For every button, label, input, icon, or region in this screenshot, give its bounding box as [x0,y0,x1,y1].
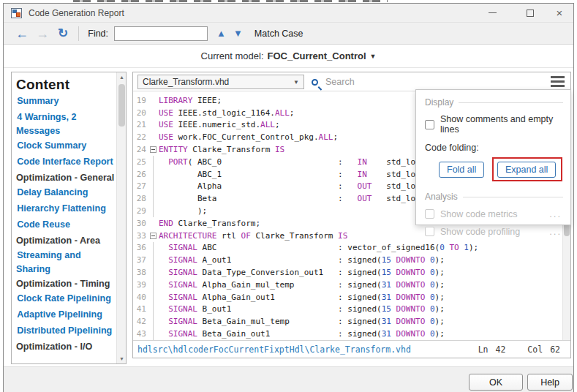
line-number: 22 [133,132,149,142]
file-path: hdlsrc\hdlcoderFocCurrentFixptHdl\Clarke… [137,344,411,355]
column-label: Col [527,344,543,355]
line-number: 33 [133,231,149,241]
line-number: 25 [133,157,149,167]
code-search [312,75,530,89]
content-sidebar: Content Summary4 Warnings, 2 MessagesClo… [11,72,127,364]
line-value: 42 [496,344,506,355]
fold-gutter [149,131,159,143]
code-text: USE IEEE.numeric_std.ALL; [159,120,280,129]
title-bar: Code Generation Report × [4,4,573,23]
sidebar-heading: Content [16,77,115,93]
find-previous-icon[interactable]: ▲ [216,28,226,39]
sidebar-scrollbar[interactable]: ▲ ▼ [116,72,126,363]
find-toolbar: ← → ↻ Find: ▲ ▼ Match Case [4,23,573,45]
fold-gutter [149,205,159,217]
match-case-toggle[interactable]: Match Case [254,29,303,39]
sidebar-link[interactable]: Delay Balancing [16,186,115,200]
line-number: 42 [133,317,149,326]
help-button[interactable]: Help [527,374,573,391]
line-number: 29 [133,206,149,216]
sidebar-link[interactable]: Streaming and Sharing [16,249,115,276]
profiling-more-icon: ... [549,226,562,237]
line-label: Ln [478,344,489,355]
fold-toggle-icon[interactable] [150,233,156,239]
code-line: 42 SIGNAL Beta_Gain_mul_temp : signed(31… [133,315,562,328]
code-folding-buttons: Fold all Expand all [425,159,563,181]
current-model-label: Current model: [201,50,264,61]
code-text: ENTITY Clarke_Transform IS [159,145,284,154]
line-number: 39 [133,280,149,290]
fold-gutter [149,254,159,266]
minimize-button[interactable] [479,4,505,22]
sidebar-link[interactable]: Clock Rate Pipelining [16,293,115,306]
fold-gutter [149,156,159,168]
code-text: ); [159,206,207,216]
code-search-input[interactable] [325,77,530,87]
sidebar-link[interactable]: Distributed Pipelining [16,325,115,339]
screen: Code Generation Report × ← → ↻ Find: ▲ ▼… [0,0,577,392]
show-comments-label: Show comments and empty lines [440,114,563,135]
fold-all-button[interactable]: Fold all [439,162,484,178]
code-text: SIGNAL Alpha_Gain_out1 : signed(31 DOWNT… [159,293,445,302]
refresh-icon[interactable]: ↻ [58,27,68,39]
line-number: 20 [133,108,149,118]
find-input[interactable] [114,26,208,41]
fold-toggle-icon[interactable] [150,146,156,153]
sidebar-link[interactable]: Adaptive Pipelining [16,309,115,323]
show-comments-row[interactable]: Show comments and empty lines [425,114,563,135]
sidebar-link[interactable]: 4 Warnings, 2 Messages [16,111,115,137]
line-number: 43 [133,329,149,339]
sidebar-link[interactable]: Code Interface Report [16,156,115,170]
model-dropdown-caret-icon[interactable]: ▼ [370,53,377,60]
current-model-name[interactable]: FOC_Current_Control [268,50,366,61]
code-line: 40 SIGNAL Alpha_Gain_out1 : signed(31 DO… [133,291,562,304]
column-value: 62 [550,344,560,355]
menu-icon[interactable] [551,76,565,87]
code-text: USE IEEE.std_logic_1164.ALL; [159,108,294,118]
ok-button[interactable]: OK [469,374,523,391]
file-selector-dropdown[interactable]: Clarke_Transform.vhd ▼ [137,75,304,89]
close-icon: × [557,7,563,18]
file-dropdown-caret-icon: ▼ [293,79,299,86]
find-next-icon[interactable]: ▼ [233,28,243,39]
sidebar-list: Summary4 Warnings, 2 MessagesClock Summa… [16,95,115,353]
cursor-position: Ln 42 Col 62 [478,344,560,355]
expand-all-button[interactable]: Expand all [497,162,556,178]
sidebar-link[interactable]: Summary [16,95,115,109]
fold-gutter [149,242,159,255]
sidebar-scroll-thumb[interactable] [118,84,125,127]
fold-gutter [149,94,159,107]
line-number: 26 [133,170,149,179]
group-rule [463,197,563,197]
app-icon [11,8,22,18]
search-icon [312,79,318,86]
sidebar-link[interactable]: Hierarchy Flattening [16,203,115,216]
maximize-icon [527,10,534,17]
fold-gutter [149,192,159,205]
display-options-popup: Display Show comments and empty lines Co… [415,89,571,225]
line-number: 30 [133,219,149,228]
sidebar-link[interactable]: Clock Summary [16,140,115,154]
fold-gutter [149,217,159,230]
fold-gutter [149,315,159,328]
group-rule [459,102,563,103]
background-window-fragment [73,0,388,2]
code-text: SIGNAL Beta_Gain_out1 : signed(31 DOWNTO… [159,329,445,339]
code-text: SIGNAL A_out1 : signed(15 DOWNTO 0); [159,255,445,265]
show-profiling-row: Show code profiling ... [425,226,563,237]
back-icon[interactable]: ← [15,27,29,40]
sidebar-link[interactable]: Code Reuse [16,219,115,233]
code-line: 36 SIGNAL ABC : vector_of_signed16(0 TO … [133,242,562,255]
show-comments-checkbox[interactable] [425,120,434,129]
scroll-down-icon[interactable]: ▼ [117,356,127,361]
window-title: Code Generation Report [29,8,124,18]
scroll-up-icon[interactable]: ▲ [117,75,127,80]
minimize-icon [489,12,497,13]
close-button[interactable]: × [546,4,573,22]
maximize-button[interactable] [517,4,543,22]
fold-gutter [149,181,159,193]
code-text: SIGNAL Data_Type_Conversion_out1 : signe… [159,268,445,277]
sidebar-section-label: Optimization - Area [16,235,115,247]
line-number: 28 [133,194,149,203]
line-number: 37 [133,255,149,265]
